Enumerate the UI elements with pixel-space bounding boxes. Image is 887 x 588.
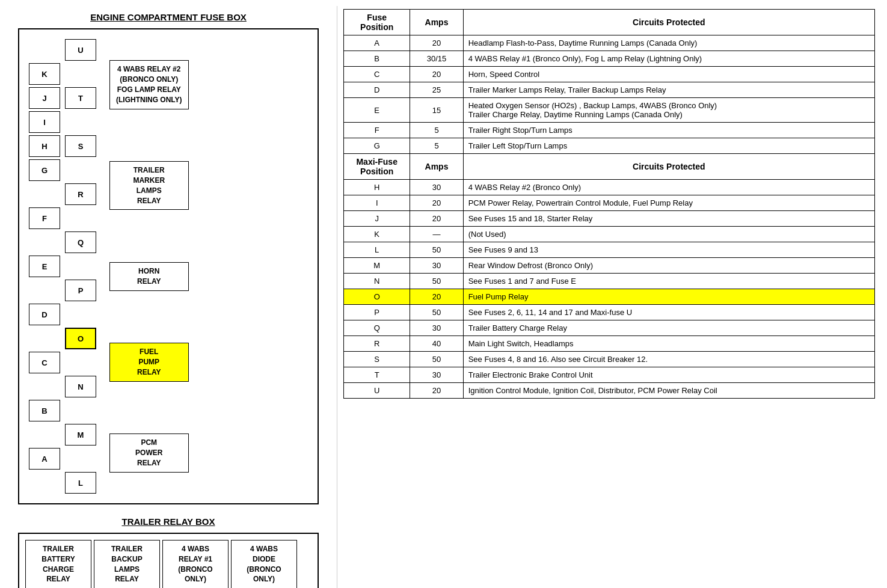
fuse-amps: 20 bbox=[410, 383, 463, 399]
fuse-B: B bbox=[29, 400, 60, 421]
fuse-spacer-2 bbox=[29, 183, 60, 205]
fuse-R: R bbox=[65, 183, 96, 205]
table-row: O 20 Fuel Pump Relay bbox=[344, 289, 875, 305]
fuse-spacer-4 bbox=[29, 280, 60, 301]
relay-fuel-pump: FUELPUMPRELAY bbox=[109, 343, 189, 381]
fuse-amps: 20 bbox=[410, 195, 463, 211]
fuse-pos: D bbox=[344, 82, 410, 98]
fuse-pos: E bbox=[344, 98, 410, 123]
fuse-desc: Heated Oxygen Sensor (HO2s) , Backup Lam… bbox=[463, 98, 874, 123]
fuse-amps: 5 bbox=[410, 138, 463, 154]
fuse-S: S bbox=[65, 135, 96, 157]
fuse-spacer-b3 bbox=[65, 159, 96, 181]
table-header-row: FusePosition Amps Circuits Protected bbox=[344, 10, 875, 35]
fuse-amps: 20 bbox=[410, 289, 463, 305]
fuse-U: U bbox=[65, 39, 96, 61]
fuse-spacer-b7 bbox=[65, 352, 96, 373]
fuse-pos: I bbox=[344, 195, 410, 211]
fuse-desc: Trailer Marker Lamps Relay, Trailer Back… bbox=[463, 82, 874, 98]
fuse-amps: 50 bbox=[410, 352, 463, 367]
table-row: G 5 Trailer Left Stop/Turn Lamps bbox=[344, 138, 875, 154]
fuse-E: E bbox=[29, 256, 60, 277]
fuse-pos: F bbox=[344, 123, 410, 138]
fuse-spacer-5 bbox=[29, 328, 60, 349]
fuse-G: G bbox=[29, 159, 60, 181]
table-row: J 20 See Fuses 15 and 18, Starter Relay bbox=[344, 211, 875, 227]
fuse-amps: 20 bbox=[410, 67, 463, 82]
fuse-M: M bbox=[65, 424, 96, 446]
fuse-pos: T bbox=[344, 367, 410, 383]
fuse-desc: See Fuses 2, 6, 11, 14 and 17 and Maxi-f… bbox=[463, 305, 874, 320]
maxi-fuse-header-pos: Maxi-FusePosition bbox=[344, 154, 410, 180]
fuse-amps: 30 bbox=[410, 258, 463, 274]
fuse-amps: 30 bbox=[410, 320, 463, 336]
fuse-amps: 20 bbox=[410, 211, 463, 227]
fuse-desc: Trailer Battery Charge Relay bbox=[463, 320, 874, 336]
fuse-pos: U bbox=[344, 383, 410, 399]
fuse-amps: — bbox=[410, 227, 463, 242]
trailer-relay-box: TRAILERBATTERYCHARGERELAY TRAILERBACKUPL… bbox=[18, 533, 319, 588]
fuse-spacer-6 bbox=[29, 376, 60, 397]
fuse-A: A bbox=[29, 448, 60, 470]
fuse-desc: Trailer Left Stop/Turn Lamps bbox=[463, 138, 874, 154]
fuse-P: P bbox=[65, 280, 96, 301]
fuse-desc: See Fuses 9 and 13 bbox=[463, 242, 874, 258]
table-row: B 30/15 4 WABS Relay #1 (Bronco Only), F… bbox=[344, 51, 875, 67]
header-amps: Amps bbox=[410, 10, 463, 35]
fuse-desc: See Fuses 4, 8 and 16. Also see Circuit … bbox=[463, 352, 874, 367]
fuse-desc: (Not Used) bbox=[463, 227, 874, 242]
trailer-backup-lamps: TRAILERBACKUPLAMPSRELAY bbox=[94, 540, 160, 588]
engine-layout: K J I H G F E D C B A U bbox=[25, 35, 312, 497]
table-row: K — (Not Used) bbox=[344, 227, 875, 242]
fuse-spacer-b1 bbox=[65, 63, 96, 85]
fuse-K: K bbox=[29, 63, 60, 85]
fuse-pos: C bbox=[344, 67, 410, 82]
trailer-battery-charge: TRAILERBATTERYCHARGERELAY bbox=[25, 540, 91, 588]
wabs-diode: 4 WABSDIODE(BRONCOONLY) bbox=[231, 540, 297, 588]
table-row: F 5 Trailer Right Stop/Turn Lamps bbox=[344, 123, 875, 138]
table-row: E 15 Heated Oxygen Sensor (HO2s) , Backu… bbox=[344, 98, 875, 123]
table-row: A 20 Headlamp Flash-to-Pass, Daytime Run… bbox=[344, 35, 875, 51]
table-row: T 30 Trailer Electronic Brake Control Un… bbox=[344, 367, 875, 383]
fuse-O: O bbox=[65, 328, 96, 349]
fuse-pos: J bbox=[344, 211, 410, 227]
fuse-amps: 40 bbox=[410, 336, 463, 352]
table-row: P 50 See Fuses 2, 6, 11, 14 and 17 and M… bbox=[344, 305, 875, 320]
relay-wabs: 4 WABS RELAY #2(BRONCO ONLY)FOG LAMP REL… bbox=[109, 60, 189, 109]
fuse-C: C bbox=[29, 352, 60, 373]
fuse-spacer-b5 bbox=[65, 256, 96, 277]
fuse-F: F bbox=[29, 207, 60, 229]
fuse-pos: A bbox=[344, 35, 410, 51]
fuse-desc: PCM Power Relay, Powertrain Control Modu… bbox=[463, 195, 874, 211]
fuse-spacer-top bbox=[29, 39, 60, 61]
fuse-spacer-b4 bbox=[65, 207, 96, 229]
fuse-pos: P bbox=[344, 305, 410, 320]
col-a: K J I H G F E D C B A bbox=[29, 39, 60, 494]
table-row: L 50 See Fuses 9 and 13 bbox=[344, 242, 875, 258]
fuse-pos: R bbox=[344, 336, 410, 352]
maxi-fuse-header-circuits: Circuits Protected bbox=[463, 154, 874, 180]
relay-trailer-marker: TRAILERMARKERLAMPSRELAY bbox=[109, 161, 189, 210]
fuse-pos: B bbox=[344, 51, 410, 67]
fuse-spacer-b9 bbox=[65, 448, 96, 470]
col-b: U T S R Q P O N M L bbox=[65, 39, 96, 494]
relay-horn: HORNRELAY bbox=[109, 262, 189, 291]
fuse-desc: Ignition Control Module, Ignition Coil, … bbox=[463, 383, 874, 399]
fuse-pos: G bbox=[344, 138, 410, 154]
table-row: C 20 Horn, Speed Control bbox=[344, 67, 875, 82]
fuse-desc: Main Light Switch, Headlamps bbox=[463, 336, 874, 352]
fuse-spacer-3 bbox=[29, 231, 60, 253]
fuse-desc: Horn, Speed Control bbox=[463, 67, 874, 82]
relay-pcm: PCMPOWERRELAY bbox=[109, 433, 189, 472]
fuse-spacer-7 bbox=[29, 424, 60, 446]
fuse-Q: Q bbox=[65, 231, 96, 253]
fuse-spacer-b8 bbox=[65, 400, 96, 421]
table-row: Q 30 Trailer Battery Charge Relay bbox=[344, 320, 875, 336]
left-panel: ENGINE COMPARTMENT FUSE BOX K J I H G F … bbox=[6, 6, 331, 588]
fuse-L: L bbox=[65, 472, 96, 494]
fuse-amps: 50 bbox=[410, 242, 463, 258]
fuse-pos: H bbox=[344, 180, 410, 195]
table-row: I 20 PCM Power Relay, Powertrain Control… bbox=[344, 195, 875, 211]
table-row: D 25 Trailer Marker Lamps Relay, Trailer… bbox=[344, 82, 875, 98]
fuse-amps: 30 bbox=[410, 367, 463, 383]
